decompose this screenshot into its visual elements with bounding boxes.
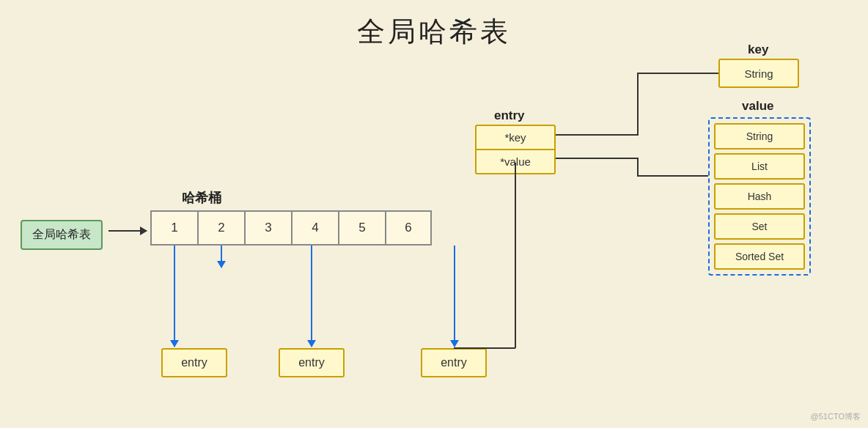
entry-bottom-3: entry [421,348,487,377]
value-set: Set [714,213,805,240]
bucket-cell-4: 4 [291,210,338,246]
watermark: @51CTO博客 [811,411,861,422]
value-hash: Hash [714,183,805,210]
value-list: List [714,153,805,180]
entry-value-row: *value [477,150,554,173]
arrow-bucket5-down [454,246,455,347]
bucket-cell-3: 3 [244,210,291,246]
global-hashtable-box: 全局哈希表 [21,220,103,250]
entry-bottom-1: entry [161,348,227,377]
entry-key-row: *key [477,126,554,150]
arrow-global-to-buckets [108,230,147,232]
value-label: value [742,99,773,114]
entry-detail-label: entry [494,108,525,123]
arrow-bucket1-down [174,246,175,347]
bucket-cell-6: 6 [385,210,432,246]
key-string-box: String [718,59,799,88]
key-label: key [748,43,768,57]
bucket-cell-1: 1 [150,210,197,246]
arrow-bucket2-down [221,246,222,268]
bucket-label: 哈希桶 [182,189,221,207]
bucket-cell-5: 5 [338,210,385,246]
bucket-row: 1 2 3 4 5 6 [150,210,432,246]
entry-bottom-2: entry [279,348,345,377]
value-sorted-set: Sorted Set [714,243,805,270]
value-string: String [714,123,805,150]
arrow-bucket3-down [311,246,312,347]
value-dashed-box: String List Hash Set Sorted Set [708,117,811,276]
page-title: 全局哈希表 [0,0,868,51]
bucket-cell-2: 2 [197,210,244,246]
entry-detail-box: *key *value [475,125,556,174]
